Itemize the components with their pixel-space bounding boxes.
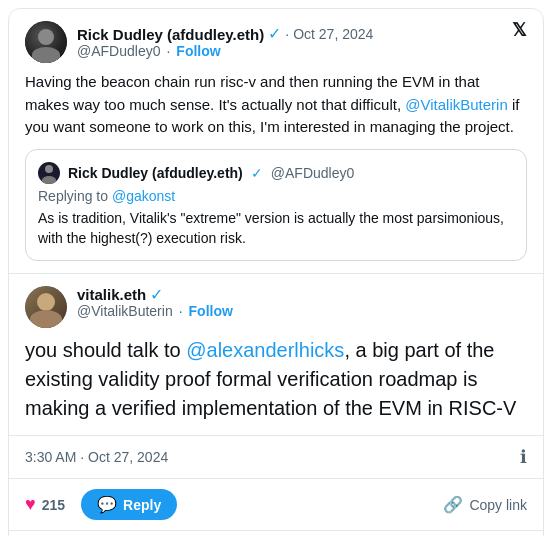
tweet-author-row: Rick Dudley (afdudley.eth) ✓ · Oct 27, 2… <box>25 21 373 63</box>
quoted-author-handle: @AFDudley0 <box>271 165 354 181</box>
quoted-reply-to: Replying to @gakonst <box>38 188 514 204</box>
second-tweet-text: you should talk to @alexanderlhicks, a b… <box>25 336 527 423</box>
vitalik-name: vitalik.eth <box>77 286 146 303</box>
reply-label: Reply <box>123 497 161 513</box>
vitalik-handle-row: @VitalikButerin · Follow <box>77 303 233 319</box>
vitalik-name-row: vitalik.eth ✓ <box>77 286 233 303</box>
author-name: Rick Dudley (afdudley.eth) <box>77 26 264 43</box>
author-name-row: Rick Dudley (afdudley.eth) ✓ · Oct 27, 2… <box>77 26 373 43</box>
quoted-verified-icon: ✓ <box>251 166 263 180</box>
read-replies-button[interactable]: Read 122 replies <box>9 530 543 536</box>
vitalik-handle: @VitalikButerin <box>77 303 173 319</box>
second-tweet: vitalik.eth ✓ @VitalikButerin · Follow y… <box>9 274 543 423</box>
timestamp-row: 3:30 AM · Oct 27, 2024 ℹ <box>9 435 543 478</box>
reply-button[interactable]: 💬 Reply <box>81 489 177 520</box>
avatar-image <box>25 21 67 63</box>
info-icon[interactable]: ℹ <box>520 446 527 468</box>
tweet-card: Rick Dudley (afdudley.eth) ✓ · Oct 27, 2… <box>8 8 544 536</box>
dot-separator: · <box>285 26 289 42</box>
author-handle: @AFDudley0 <box>77 43 160 59</box>
tweet-header: Rick Dudley (afdudley.eth) ✓ · Oct 27, 2… <box>25 21 527 63</box>
vitalik-avatar <box>25 286 67 328</box>
vitalik-avatar-image <box>25 286 67 328</box>
timestamp: 3:30 AM · Oct 27, 2024 <box>25 449 168 465</box>
like-button[interactable]: ♥ 215 <box>25 494 65 515</box>
mention-alexander[interactable]: @alexanderlhicks <box>186 339 344 361</box>
dot-separator-2: · <box>166 43 170 59</box>
mention-vitalik[interactable]: @VitalikButerin <box>405 96 508 113</box>
reply-to-handle[interactable]: @gakonst <box>112 188 175 204</box>
copy-label: Copy link <box>469 497 527 513</box>
x-logo[interactable]: 𝕏 <box>512 21 527 39</box>
body-before: you should talk to <box>25 339 186 361</box>
vitalik-follow-button[interactable]: Follow <box>189 303 233 319</box>
vitalik-verified-icon: ✓ <box>150 287 163 303</box>
quoted-author-name: Rick Dudley (afdudley.eth) <box>68 165 243 181</box>
reply-to-label: Replying to <box>38 188 108 204</box>
follow-button[interactable]: Follow <box>176 43 220 59</box>
heart-icon: ♥ <box>25 494 36 515</box>
second-tweet-header: vitalik.eth ✓ @VitalikButerin · Follow <box>25 286 527 328</box>
quoted-tweet[interactable]: Rick Dudley (afdudley.eth) ✓ @AFDudley0 … <box>25 149 527 262</box>
quoted-avatar <box>38 162 60 184</box>
tweet-date: Oct 27, 2024 <box>293 26 373 42</box>
copy-link-button[interactable]: 🔗 Copy link <box>443 495 527 514</box>
tweet-body: Having the beacon chain run risc-v and t… <box>25 71 527 139</box>
author-handle-row: @AFDudley0 · Follow <box>77 43 373 59</box>
link-icon: 🔗 <box>443 495 463 514</box>
verified-icon: ✓ <box>268 26 281 42</box>
author-info: Rick Dudley (afdudley.eth) ✓ · Oct 27, 2… <box>77 26 373 59</box>
vitalik-author-info: vitalik.eth ✓ @VitalikButerin · Follow <box>77 286 233 319</box>
like-count: 215 <box>42 497 65 513</box>
avatar <box>25 21 67 63</box>
speech-icon: 💬 <box>97 495 117 514</box>
vitalik-dot-sep: · <box>179 303 183 319</box>
quoted-body: As is tradition, Vitalik's "extreme" ver… <box>38 208 514 249</box>
action-row: ♥ 215 💬 Reply 🔗 Copy link <box>9 478 543 530</box>
quoted-header: Rick Dudley (afdudley.eth) ✓ @AFDudley0 <box>38 162 514 184</box>
top-tweet: Rick Dudley (afdudley.eth) ✓ · Oct 27, 2… <box>9 9 543 261</box>
